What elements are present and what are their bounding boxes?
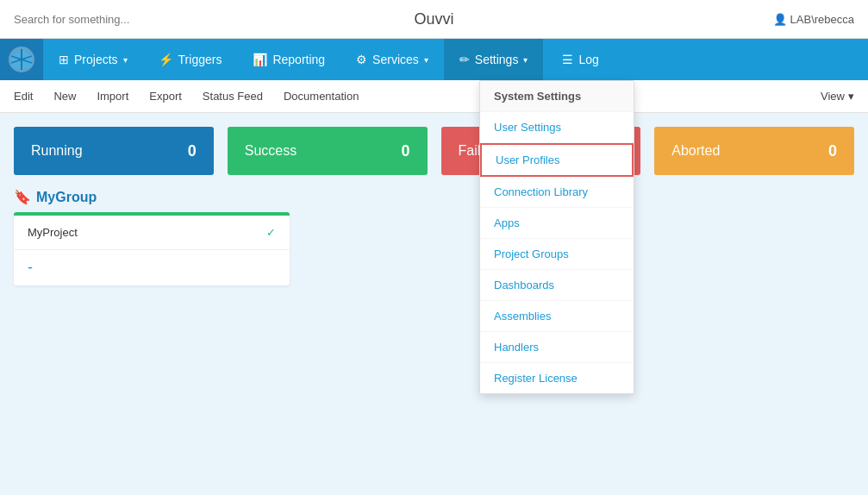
reporting-icon: 📊 (253, 53, 267, 66)
group-header: 🔖 MyGroup (14, 189, 854, 205)
check-icon: ✓ (266, 226, 276, 239)
card-aborted-count: 0 (828, 142, 837, 160)
card-success-count: 0 (401, 142, 409, 160)
user-icon: 👤 (773, 13, 787, 26)
nav-label-projects: Projects (74, 53, 118, 66)
toolbar-new[interactable]: New (53, 88, 76, 104)
status-cards: Running 0 Success 0 Failed 0 Aborted 0 (0, 113, 868, 175)
toolbar-edit[interactable]: Edit (14, 88, 33, 104)
dropdown-item-user-profiles[interactable]: User Profiles (480, 143, 634, 177)
dropdown-item-dashboards[interactable]: Dashboards (480, 270, 634, 301)
top-bar: Ouvvi 👤 LAB\rebecca (0, 0, 868, 39)
card-success[interactable]: Success 0 (228, 127, 428, 175)
user-label: LAB\rebecca (790, 13, 854, 26)
settings-icon: ✏ (459, 53, 470, 66)
dropdown-item-user-settings[interactable]: User Settings (480, 112, 634, 143)
toolbar-documentation[interactable]: Documentation (284, 88, 359, 104)
nav-items: ⊞ Projects ▾ ⚡ Triggers 📊 Reporting ⚙ Se… (43, 39, 615, 80)
dropdown-item-apps[interactable]: Apps (480, 208, 634, 239)
chevron-down-icon-view: ▾ (848, 90, 854, 103)
dropdown-item-assemblies[interactable]: Assemblies (480, 301, 634, 332)
nav-label-log: Log (578, 53, 598, 66)
nav-item-reporting[interactable]: 📊 Reporting (237, 39, 340, 80)
toolbar-import[interactable]: Import (97, 88, 128, 104)
project-list: MyProject ✓ - (14, 212, 290, 285)
project-add[interactable]: - (14, 250, 290, 285)
dropdown-item-register-license[interactable]: Register License (480, 363, 634, 393)
nav-item-projects[interactable]: ⊞ Projects ▾ (43, 39, 143, 80)
user-info: 👤 LAB\rebecca (773, 13, 854, 26)
project-name: MyProject (28, 226, 78, 239)
view-label: View (821, 90, 845, 103)
view-button[interactable]: View ▾ (821, 90, 854, 103)
toolbar-status-feed[interactable]: Status Feed (203, 88, 263, 104)
card-success-label: Success (245, 143, 297, 159)
main-content: 🔖 MyGroup MyProject ✓ - (0, 175, 868, 299)
search-input[interactable] (14, 13, 773, 26)
app-title: Ouvvi (414, 10, 453, 28)
logo-icon (8, 46, 35, 73)
nav-label-triggers: Triggers (178, 53, 222, 66)
card-aborted-label: Aborted (671, 143, 720, 159)
card-aborted[interactable]: Aborted 0 (654, 127, 854, 175)
nav-label-reporting: Reporting (272, 53, 325, 66)
toolbar: Edit New Import Export Status Feed Docum… (0, 80, 868, 113)
nav-item-triggers[interactable]: ⚡ Triggers (143, 39, 238, 80)
nav-logo[interactable] (0, 39, 43, 80)
card-running[interactable]: Running 0 (14, 127, 214, 175)
chevron-down-icon-services: ▾ (424, 55, 428, 65)
triggers-icon: ⚡ (159, 53, 173, 66)
dropdown-item-system-settings[interactable]: System Settings (480, 81, 634, 112)
nav-label-settings: Settings (475, 53, 519, 66)
settings-dropdown: System Settings User Settings User Profi… (479, 80, 634, 394)
card-running-count: 0 (188, 142, 197, 160)
nav-label-services: Services (372, 53, 419, 66)
dropdown-item-connection-library[interactable]: Connection Library (480, 177, 634, 208)
nav-item-services[interactable]: ⚙ Services ▾ (340, 39, 444, 80)
toolbar-export[interactable]: Export (149, 88, 182, 104)
bookmark-icon: 🔖 (14, 189, 31, 205)
nav-item-log[interactable]: ☰ Log (546, 39, 614, 80)
chevron-down-icon: ▾ (123, 55, 128, 65)
nav-bar: ⊞ Projects ▾ ⚡ Triggers 📊 Reporting ⚙ Se… (0, 39, 868, 80)
chevron-down-icon-settings: ▾ (523, 55, 528, 65)
projects-icon: ⊞ (59, 53, 69, 66)
services-icon: ⚙ (356, 53, 367, 66)
dropdown-item-project-groups[interactable]: Project Groups (480, 239, 634, 270)
project-item-myproject[interactable]: MyProject ✓ (14, 216, 290, 250)
group-name: MyGroup (36, 190, 97, 205)
log-icon: ☰ (562, 53, 573, 66)
dropdown-item-handlers[interactable]: Handlers (480, 332, 634, 363)
nav-item-settings[interactable]: ✏ Settings ▾ (444, 39, 544, 80)
card-running-label: Running (31, 143, 83, 159)
